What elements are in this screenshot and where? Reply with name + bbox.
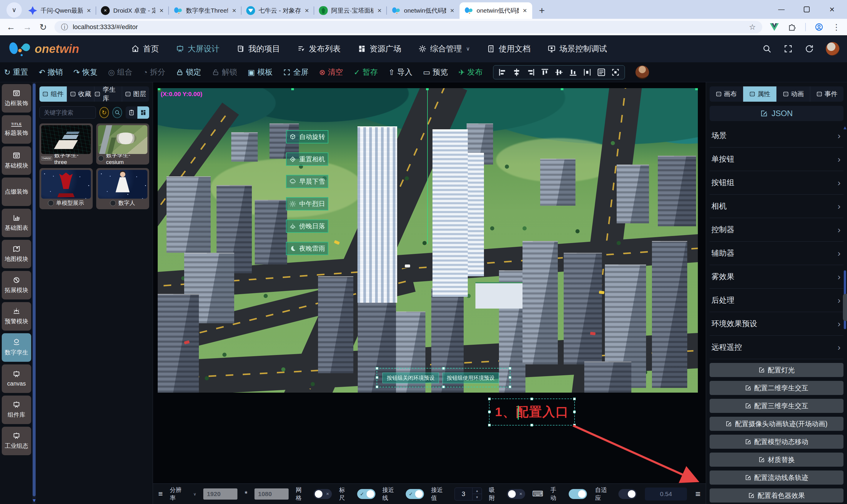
resize-handle[interactable] — [488, 398, 491, 400]
align-left-icon[interactable] — [498, 68, 507, 77]
resize-handle[interactable] — [488, 411, 491, 413]
height-input[interactable] — [255, 488, 289, 500]
fullscreen-button[interactable]: 全屏 — [283, 67, 308, 77]
group-button[interactable]: ◎组合 — [108, 67, 133, 77]
selection-handle[interactable] — [291, 88, 294, 90]
section-postprocess[interactable]: 后处理› — [710, 289, 844, 312]
env-preset-off-button[interactable]: 按钮组关闭环境预设 — [382, 373, 439, 383]
tab-close-icon[interactable]: × — [159, 6, 164, 15]
env-preset-on-button[interactable]: 按钮组使用环境预设 — [443, 373, 499, 383]
section-camera[interactable]: 相机› — [710, 195, 844, 218]
night-storm-button[interactable]: 夜晚雷雨 — [286, 242, 328, 255]
panel-collapse-handle[interactable] — [843, 294, 847, 321]
window-close-button[interactable]: × — [819, 0, 845, 19]
config-2d-twin-button[interactable]: 配置二维孪生交互 — [710, 381, 844, 395]
reload-icon[interactable]: ↻ — [39, 22, 47, 32]
tab-animation[interactable]: 动画 — [777, 86, 810, 102]
forward-icon[interactable]: → — [23, 22, 32, 32]
new-tab-button[interactable]: + — [535, 3, 549, 17]
config-entry-text-element[interactable]: 1、配置入口 — [489, 398, 575, 426]
section-controller[interactable]: 控制器› — [710, 218, 844, 241]
auto-rotate-button[interactable]: 自动旋转 — [286, 130, 328, 143]
fullscreen-icon[interactable] — [783, 44, 793, 53]
component-card-twin-three[interactable]: THREE数字孪生-three — [39, 123, 93, 165]
browser-tab[interactable]: × DroidX 卓壹 - 定制你的 × — [96, 2, 169, 19]
sync-icon[interactable] — [805, 44, 814, 53]
section-button-group[interactable]: 按钮组› — [710, 171, 844, 195]
section-scene[interactable]: 场景› — [710, 124, 844, 147]
ruler-toggle[interactable]: ✓ — [357, 489, 375, 499]
align-bottom-icon[interactable] — [569, 68, 577, 77]
autofit-toggle[interactable] — [618, 489, 637, 499]
save-draft-button[interactable]: ✓暂存 — [353, 67, 378, 77]
search-button[interactable] — [113, 107, 122, 118]
list-view-button[interactable] — [126, 106, 137, 119]
nav-resource-market[interactable]: 资源广场 — [358, 43, 401, 54]
align-top-icon[interactable] — [540, 68, 549, 77]
user-avatar[interactable] — [826, 42, 839, 56]
resize-handle[interactable] — [573, 398, 576, 400]
config-material-swap-button[interactable]: 材质替换 — [710, 453, 844, 467]
section-helper[interactable]: 辅助器› — [710, 241, 844, 265]
tab-events[interactable]: 事件 — [810, 86, 844, 102]
nav-my-projects[interactable]: 我的项目 — [237, 43, 280, 54]
align-center-h-icon[interactable] — [512, 68, 521, 77]
tab-close-icon[interactable]: × — [377, 6, 382, 15]
tab-twin-library[interactable]: 孪生库 — [94, 86, 122, 102]
url-omnibox[interactable]: ⓘ localhost:3333/#/editor ☆ — [54, 21, 762, 33]
category-canvas[interactable]: canvas — [2, 364, 31, 393]
window-minimize-button[interactable]: — — [769, 0, 794, 19]
section-single-button[interactable]: 单按钮› — [710, 147, 844, 171]
browser-tab[interactable]: 数字孪生Three组件使用 × — [169, 2, 242, 19]
resize-handle[interactable] — [509, 367, 511, 370]
selection-handle[interactable] — [561, 88, 564, 90]
selection-handle[interactable] — [158, 88, 160, 90]
manual-toggle[interactable] — [569, 489, 587, 499]
lock-button[interactable]: 锁定 — [176, 67, 201, 77]
toolbar-avatar-stamp[interactable] — [636, 66, 649, 79]
category-extension-module[interactable]: 拓展模块 — [2, 271, 31, 300]
resize-handle[interactable] — [376, 367, 378, 370]
tab-close-icon[interactable]: × — [231, 6, 237, 15]
nav-admin[interactable]: 综合管理 ∨ — [418, 43, 470, 54]
near-value-stepper[interactable]: 3 ▴ ▾ — [454, 488, 482, 501]
resize-handle[interactable] — [442, 385, 445, 388]
width-input[interactable] — [203, 488, 238, 500]
align-middle-icon[interactable] — [555, 68, 564, 77]
morning-snow-button[interactable]: 早晨下雪 — [286, 175, 328, 188]
stepper-up-icon[interactable]: ▴ — [472, 488, 482, 494]
snap-toggle[interactable]: × — [507, 489, 525, 499]
config-3d-twin-button[interactable]: 配置三维孪生交互 — [710, 399, 844, 413]
browser-tab[interactable]: 千问-Qwen最新模型体验 × — [23, 2, 96, 19]
resize-handle[interactable] — [573, 424, 576, 427]
component-card-single-model[interactable]: 单模型展示 — [39, 168, 93, 209]
config-shader-button[interactable]: 配置着色器效果 — [710, 488, 844, 503]
resize-handle[interactable] — [442, 367, 445, 370]
resize-handle[interactable] — [531, 424, 533, 427]
keyword-search-input[interactable] — [39, 106, 96, 119]
browser-tab[interactable]: 阿里云·宝塔面板 × — [314, 2, 387, 19]
near-line-toggle[interactable]: ✓ — [406, 489, 424, 499]
resize-handle[interactable] — [509, 385, 511, 388]
keyboard-icon[interactable]: ⌨ — [532, 489, 543, 499]
split-button[interactable]: ◔拆分 — [143, 67, 165, 77]
vue-devtools-icon[interactable] — [770, 23, 779, 31]
refresh-components-button[interactable]: ↻ — [100, 107, 109, 118]
resize-handle[interactable] — [376, 376, 378, 379]
rail-scrollbar[interactable] — [32, 82, 36, 504]
window-maximize-button[interactable] — [794, 0, 819, 19]
category-map-module[interactable]: 地图模块 — [2, 240, 31, 268]
section-env-preset[interactable]: 环境效果预设› — [710, 312, 844, 336]
bookmark-star-icon[interactable]: ☆ — [749, 23, 756, 32]
section-fog[interactable]: 雾效果› — [710, 265, 844, 289]
category-industrial[interactable]: 工业组态 — [2, 427, 31, 455]
browser-tab-active[interactable]: onetwin低代码数字孪生 × — [460, 2, 532, 19]
selection-handle[interactable] — [695, 88, 698, 90]
category-accent-deco[interactable]: 点缀装饰 — [2, 178, 31, 206]
tab-close-icon[interactable]: × — [304, 6, 310, 15]
site-info-icon[interactable]: ⓘ — [61, 22, 68, 32]
design-canvas[interactable]: (X:0.00 Y:0.00) 自动旋转 重置相机 早晨下雪 中午烈日 傍晚日落… — [153, 82, 706, 483]
distribute-h-icon[interactable] — [583, 68, 592, 77]
selection-handle[interactable] — [426, 88, 429, 90]
zoom-value[interactable]: 0.54 — [645, 488, 687, 501]
